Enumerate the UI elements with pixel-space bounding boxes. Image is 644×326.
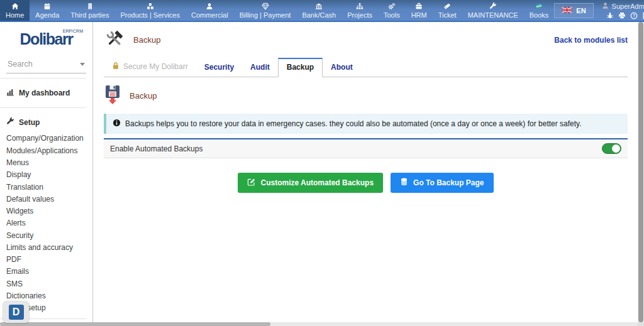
language-label: EN — [576, 7, 586, 14]
nav-item-ticket[interactable]: Ticket — [433, 0, 462, 21]
wrench-icon — [489, 3, 497, 10]
horizontal-scrollbar-thumb[interactable] — [0, 322, 270, 326]
cubes-icon — [146, 3, 155, 10]
nav-label: Projects — [347, 11, 372, 19]
divider — [0, 107, 86, 108]
tab-label: Secure My Dolibarr — [123, 62, 188, 71]
user-icon — [205, 3, 214, 10]
sidebar-item-default-values[interactable]: Default values — [0, 193, 92, 205]
vertical-scrollbar[interactable] — [638, 22, 644, 322]
nav-label: Books — [530, 11, 549, 19]
divider — [0, 78, 86, 79]
customize-automated-backups-button[interactable]: Customize Automated Backups — [238, 173, 383, 193]
gem-icon — [261, 3, 270, 10]
nav-item-commercial[interactable]: Commercial — [186, 0, 234, 21]
chart-bars-icon — [6, 88, 14, 98]
nav-item-billing-payment[interactable]: Billing | Payment — [234, 0, 297, 21]
database-icon — [400, 178, 408, 188]
button-label: Customize Automated Backups — [260, 178, 374, 187]
uk-flag-icon — [562, 7, 572, 14]
tab-about[interactable]: About — [323, 58, 361, 77]
tools-cross-icon — [104, 29, 125, 51]
tab-secure-my-dolibarr[interactable]: Secure My Dolibarr — [104, 57, 196, 77]
sidebar-item-alerts[interactable]: Alerts — [0, 217, 92, 229]
help-icon[interactable]: ? — [630, 12, 638, 19]
ticket-icon — [443, 3, 452, 10]
vertical-scrollbar-thumb[interactable] — [638, 22, 643, 322]
nav-label: Tools — [384, 11, 400, 19]
go-to-backup-page-button[interactable]: Go To Backup Page — [391, 173, 493, 193]
nav-label: Commercial — [191, 11, 228, 19]
chevron-down-icon[interactable] — [80, 63, 85, 66]
briefcase-icon — [414, 3, 423, 10]
print-icon[interactable] — [618, 12, 626, 19]
module-header: Backup — [104, 77, 628, 114]
bank-icon — [314, 3, 323, 10]
nav-item-projects[interactable]: Projects — [341, 0, 378, 21]
nav-item-home[interactable]: Home — [0, 0, 30, 21]
dolibase-logo: D — [9, 305, 24, 320]
nav-item-third-parties[interactable]: Third parties — [65, 0, 114, 21]
sidebar-item-company-organization[interactable]: Company/Organization — [0, 133, 92, 144]
dolibase-bubble[interactable]: D — [3, 302, 29, 323]
top-navbar: Home Agenda Third parties Products | Ser… — [0, 0, 644, 22]
sidebar-item-emails[interactable]: Emails — [0, 266, 92, 278]
user-menu[interactable]: SuperAdmin — [601, 2, 644, 11]
user-area: SuperAdmin ? — [601, 2, 644, 19]
sidebar-section-label: Setup — [19, 118, 40, 127]
floppy-disk-icon — [104, 85, 121, 107]
sidebar-item-security[interactable]: Security — [0, 229, 92, 241]
nav-item-books[interactable]: Books — [524, 0, 555, 21]
sidebar-item-menus[interactable]: Menus — [0, 157, 92, 169]
automated-backups-toggle[interactable] — [602, 143, 621, 154]
nav-label: Third parties — [70, 11, 109, 19]
search-input[interactable] — [8, 60, 70, 68]
page-title: Backup — [133, 35, 160, 45]
page-header: Backup Back to modules list — [104, 22, 628, 57]
tab-security[interactable]: Security — [196, 58, 242, 77]
svg-text:?: ? — [633, 13, 635, 18]
info-text: Backups helps you to restore your data i… — [125, 119, 582, 128]
sidebar-item-modules-applications[interactable]: Modules/Applications — [0, 144, 92, 156]
sidebar-item-limits-and-accuracy[interactable]: Limits and accuracy — [0, 242, 92, 254]
nav-item-bank-cash[interactable]: Bank/Cash — [296, 0, 341, 21]
nav-label: Bank/Cash — [302, 11, 336, 19]
main-content: Backup Back to modules list Secure My Do… — [94, 22, 638, 322]
bug-icon[interactable] — [606, 12, 614, 19]
sidebar-item-dictionaries[interactable]: Dictionaries — [0, 290, 92, 302]
sidebar-item-widgets[interactable]: Widgets — [0, 205, 92, 217]
horizontal-scrollbar[interactable] — [0, 322, 638, 326]
language-selector[interactable]: EN — [554, 3, 593, 18]
nav-item-agenda[interactable]: Agenda — [30, 0, 65, 21]
tabs: Secure My Dolibarr Security Audit Backup… — [104, 57, 628, 77]
back-to-modules-link[interactable]: Back to modules list — [554, 36, 628, 45]
gears-icon — [387, 3, 396, 10]
nav-label: Agenda — [35, 11, 59, 19]
sidebar-section-setup[interactable]: Setup — [0, 112, 92, 133]
nav-label: Billing | Payment — [240, 11, 291, 19]
sidebar-item-sms[interactable]: SMS — [0, 278, 92, 290]
scrollbar-corner — [638, 322, 644, 326]
nav-item-hrm[interactable]: HRM — [406, 0, 433, 21]
sidebar-item-my-dashboard[interactable]: My dashboard — [0, 83, 92, 103]
tab-audit[interactable]: Audit — [242, 58, 278, 77]
user-avatar-icon — [601, 2, 609, 11]
nav-item-tools[interactable]: Tools — [378, 0, 406, 21]
sitemap-icon — [355, 3, 364, 10]
sidebar-item-translation[interactable]: Translation — [0, 181, 92, 193]
logo[interactable]: Dolibarr ERP/CRM — [0, 22, 92, 58]
main-menu: Home Agenda Third parties Products | Ser… — [0, 0, 554, 21]
logo-erpcrm-label: ERP/CRM — [63, 29, 83, 33]
sidebar-item-display[interactable]: Display — [0, 169, 92, 181]
sidebar-item-pdf[interactable]: PDF — [0, 254, 92, 266]
books-icon — [535, 3, 543, 10]
nav-item-products-services[interactable]: Products | Services — [114, 0, 186, 21]
info-banner: Backups helps you to restore your data i… — [104, 114, 628, 134]
module-title: Backup — [130, 91, 157, 101]
quick-icons: ? — [606, 12, 644, 19]
search-box — [6, 58, 86, 73]
edit-icon — [247, 178, 255, 188]
navbar-right: EN SuperAdmin ? — [554, 0, 644, 21]
nav-item-maintenance[interactable]: MAINTENANCE — [462, 0, 524, 21]
tab-backup[interactable]: Backup — [278, 58, 323, 77]
